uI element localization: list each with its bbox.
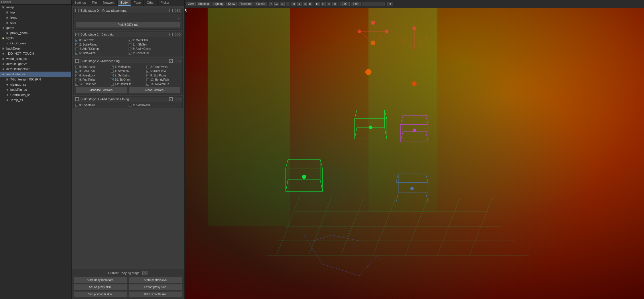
stage-3-item-0[interactable]: 0: Dynamics: [75, 103, 127, 107]
tab-face[interactable]: Face: [131, 0, 144, 6]
outliner-item-defaultObjectSet[interactable]: ◈defaultObjectSet: [0, 66, 71, 72]
stage-1-item-2-cb[interactable]: [75, 43, 78, 46]
outliner-item-DO_NOT_TOUCH[interactable]: ◈_DO_NOT_TOUCH: [0, 51, 71, 56]
stage-2-item-7[interactable]: 7: SetCntrls: [111, 74, 145, 77]
stage-1-dbg-check[interactable]: [169, 33, 173, 36]
stage-2-item-3[interactable]: 3: SofklKhdl: [75, 69, 110, 73]
stage-1-item-0[interactable]: 0: FreezCtrl: [75, 38, 127, 42]
vp-icon-9[interactable]: ◧: [315, 2, 320, 6]
outliner-item-cleanup_ss[interactable]: ◈cleanup_ss: [0, 82, 71, 87]
vp-panels-btn[interactable]: Panels: [255, 2, 267, 6]
vp-icon-1[interactable]: ⌖: [269, 2, 273, 6]
outliner-item-world_prim_cc[interactable]: ▣world_prim_cc: [0, 56, 71, 61]
vp-icon-12[interactable]: ⊞: [332, 2, 337, 6]
tab-body[interactable]: Body: [118, 0, 131, 6]
vp-show-btn[interactable]: Show: [226, 2, 237, 6]
set-as-proxy-skin-button[interactable]: Set as proxy skin.: [73, 284, 127, 290]
outliner-item-front[interactable]: ▣front: [0, 15, 71, 20]
stage-2-item-5[interactable]: 5: AutoClavl: [146, 69, 181, 73]
vp-icon-8[interactable]: ⊠: [308, 2, 312, 6]
stage-2-item-6[interactable]: 6: KneeLock: [75, 74, 110, 77]
vp-icon-4[interactable]: ✦: [286, 2, 290, 6]
stage-2-item-14[interactable]: 14: ReverseFK: [146, 82, 181, 86]
vp-icon-6[interactable]: ◈: [297, 2, 302, 6]
stage-2-checkbox[interactable]: [75, 59, 79, 63]
stage-2-item-2[interactable]: 2: PrmtrSwch: [146, 65, 181, 69]
tab-picker[interactable]: Picker: [158, 0, 173, 6]
viewport-scene[interactable]: [185, 8, 644, 299]
bake-smooth-skin-button[interactable]: Bake smooth skin.: [129, 291, 183, 297]
store-controls-cvs-button[interactable]: Store controls cvs.: [129, 277, 183, 283]
tab-other[interactable]: Other: [144, 0, 158, 6]
outliner-item-defaultLightSet[interactable]: ◈defaultLightSet: [0, 61, 71, 66]
outliner-item-backDrop[interactable]: ▣backDrop: [0, 46, 71, 51]
stage-2-item-12[interactable]: 12: TwistPtch: [75, 82, 110, 86]
stage-2-item-0[interactable]: 0: SinEnable: [75, 65, 110, 69]
outliner-item-Temp_ss[interactable]: ◈Temp_ss: [0, 97, 71, 103]
vp-arrow-btn[interactable]: ▼: [387, 2, 393, 6]
stage-1-item-1[interactable]: 1: MotnCtrls: [129, 38, 181, 42]
vp-icon-2[interactable]: ⇄: [274, 2, 279, 6]
vp-lighting-btn[interactable]: Lighting: [212, 2, 225, 6]
outliner-item-lights[interactable]: ◉lights: [0, 36, 71, 41]
stage-1-item-1-cb[interactable]: [129, 39, 131, 42]
vp-icon-3[interactable]: ◎: [280, 2, 285, 6]
outliner-item-proxy_geom[interactable]: ▣proxy_geom: [0, 30, 71, 36]
tab-file[interactable]: File: [89, 0, 100, 6]
stage-1-item-6[interactable]: 6: InstSwitch: [75, 51, 127, 55]
pick-body-nts-button[interactable]: Pick BODY nts: [75, 21, 181, 28]
stage-0-dbg-check[interactable]: [169, 9, 173, 12]
vp-num-field-1[interactable]: [340, 2, 350, 6]
stage-2-item-10[interactable]: 10: TipOrient: [111, 78, 145, 82]
stage-3-item-1[interactable]: 1: SymmCntrl: [129, 103, 181, 107]
stage-2-item-4[interactable]: 4: StretchIk: [111, 69, 145, 73]
outliner-item-TGL_testgirl_0002RN[interactable]: ▣TGL_testgirl_0002RN: [0, 77, 71, 82]
vp-view-btn[interactable]: View: [186, 2, 196, 6]
stage-0-checkbox[interactable]: [75, 9, 79, 12]
outliner-item-OrigCurves[interactable]: ~OrigCurves: [0, 41, 71, 46]
vp-icon-7[interactable]: ⧉: [303, 2, 307, 6]
stage-1-item-0-cb[interactable]: [75, 39, 78, 42]
stage-1-item-4-cb[interactable]: [75, 48, 78, 50]
stage-3-checkbox[interactable]: [75, 97, 79, 101]
stage-1-checkbox[interactable]: [75, 33, 79, 36]
stage-1-item-6-cb[interactable]: [75, 52, 78, 55]
tab-settings[interactable]: Settings: [72, 0, 89, 6]
stage-1-item-7-cb[interactable]: [129, 52, 131, 55]
tab-network[interactable]: Network: [100, 0, 117, 6]
outliner-item-geam[interactable]: ◈geam: [0, 25, 71, 30]
stage-1-item-3[interactable]: 3: InSlvSett: [129, 43, 181, 46]
clear-footrolls-button[interactable]: Clear Footrolls.: [129, 87, 181, 93]
outliner-item-top[interactable]: ▣top: [0, 10, 71, 15]
stage-1-item-4[interactable]: 4: AddFKComp: [75, 47, 127, 51]
stage-1-item-3-cb[interactable]: [129, 43, 131, 46]
vp-icon-5[interactable]: ⊞: [292, 2, 296, 6]
stage-3-dbg-check[interactable]: [169, 97, 173, 101]
stage-2-item-9[interactable]: 9: FootRolla: [75, 78, 110, 82]
vp-renderer-btn[interactable]: Renderer: [238, 2, 253, 6]
vp-label-field[interactable]: [362, 2, 385, 6]
vp-shading-btn[interactable]: Shading: [197, 2, 211, 6]
vp-num-field-2[interactable]: [351, 2, 361, 6]
outliner-item-bodyRig_ss[interactable]: ◈bodyRig_ss: [0, 87, 71, 92]
stage-2-item-13[interactable]: 13: OffsetEff: [111, 82, 145, 86]
stage-2-dbg-check[interactable]: [169, 59, 173, 63]
setup-smooth-skin-button[interactable]: Setup smooth skin.: [73, 291, 127, 297]
outliner-item-icon-amsp: ▣: [1, 5, 5, 9]
store-body-metadata-button[interactable]: Store body metadata.: [73, 277, 127, 283]
vp-icon-11[interactable]: ⊟: [327, 2, 331, 6]
stage-2-item-1[interactable]: 1: VolMaintn: [111, 65, 145, 69]
stage-2-item-11[interactable]: 11: BendyPtch: [146, 78, 181, 82]
export-proxy-skin-button[interactable]: Export proxy skin.: [129, 284, 183, 290]
visualize-footrolls-button[interactable]: Visualize Footrolls.: [75, 87, 127, 93]
outliner-item-side[interactable]: ▣side: [0, 20, 71, 25]
outliner-item-amsp[interactable]: ▣amsp: [0, 5, 71, 10]
outliner-item-Controllers_ss[interactable]: ◈Controllers_ss: [0, 92, 71, 97]
stage-1-item-7[interactable]: 7: ConndOld: [129, 51, 181, 55]
outliner-item-metaData_ss[interactable]: ◈metaData_ss: [0, 72, 71, 77]
vp-icon-10[interactable]: ⊡: [321, 2, 326, 6]
stage-1-item-5[interactable]: 5: AddIKComp: [129, 47, 181, 51]
stage-1-item-5-cb[interactable]: [129, 48, 131, 50]
stage-2-item-8[interactable]: 8: SkinProxy: [146, 74, 181, 77]
stage-1-item-2[interactable]: 2: ScaleRamp: [75, 43, 127, 46]
